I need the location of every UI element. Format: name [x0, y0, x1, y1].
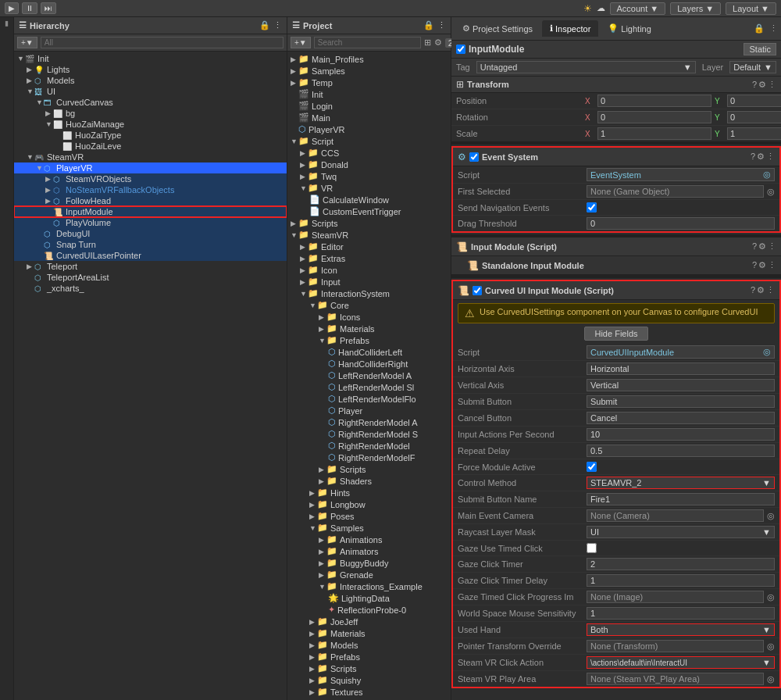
first-selected-circle-icon[interactable]: ◎ [767, 187, 775, 197]
transform-more-icon[interactable]: ⋮ [768, 80, 776, 90]
list-item[interactable]: ⬡ LeftRenderModelFlo [287, 393, 451, 405]
list-item[interactable]: ✦ ReflectionProbe-0 [287, 604, 451, 616]
list-item[interactable]: ⬡ _xcharts_ [14, 283, 287, 294]
tree-arrow-icon[interactable]: ▼ [36, 98, 44, 106]
lock-icon[interactable]: 🔒 [423, 20, 434, 30]
gaze-delay-input[interactable] [587, 574, 775, 587]
hierarchy-tree[interactable]: ▼ 🎬 Init ▶ 💡 Lights ▶ ⬡ Models ▼ 🖼 UI [14, 52, 287, 700]
eventsystem-more-icon[interactable]: ⋮ [766, 152, 775, 162]
event-system-script-ref[interactable]: EventSystem ◎ [587, 168, 775, 181]
list-item[interactable]: ▼ 📁 Script [287, 135, 451, 147]
list-item[interactable]: 📄 CalculateWindow [287, 194, 451, 205]
eventsystem-help-icon[interactable]: ? [751, 152, 755, 162]
hierarchy-add-button[interactable]: +▼ [17, 37, 37, 48]
send-nav-checkbox[interactable] [587, 202, 597, 212]
hierarchy-search-input[interactable] [41, 37, 284, 48]
list-item[interactable]: ▶ 📁 Animators [287, 545, 451, 557]
list-item[interactable]: 🌟 LightingData [287, 592, 451, 604]
standalone-more-icon[interactable]: ⋮ [768, 260, 776, 270]
tree-arrow-icon[interactable]: ▼ [27, 88, 34, 95]
list-item[interactable]: ▼ 🗔 CurvedCanvas [14, 97, 287, 108]
more-icon[interactable]: ⋮ [437, 20, 446, 30]
filter-icon[interactable]: ⊞ [424, 38, 431, 48]
list-item[interactable]: ▶ 📁 Grenade [287, 569, 451, 580]
list-item[interactable]: ▶ ⬡ Models [14, 75, 287, 86]
rotation-y-input[interactable] [727, 111, 781, 123]
pointer-circle-icon[interactable]: ◎ [767, 641, 775, 652]
list-item[interactable]: ⬡ RightRenderModel [287, 440, 451, 452]
list-item[interactable]: ▶ 📁 Squishy [287, 674, 451, 686]
first-selected-field[interactable]: None (Game Object) [587, 185, 764, 198]
list-item[interactable]: ▶ 📁 Longbow [287, 498, 451, 510]
list-item[interactable]: ▶ 📁 Shaders [287, 475, 451, 487]
horiz-axis-input[interactable] [587, 362, 775, 375]
script-ref-circle-icon[interactable]: ◎ [763, 170, 771, 180]
control-method-dropdown[interactable]: STEAMVR_2 ▼ [587, 477, 775, 489]
list-item[interactable]: ▼ 📁 Samples [287, 522, 451, 534]
list-item[interactable]: ▼ 🎬 Init [14, 53, 287, 64]
vert-axis-input[interactable] [587, 379, 775, 391]
list-item[interactable]: ▶ 📁 Hints [287, 487, 451, 498]
curved-script-ref[interactable]: CurvedUIInputModule ◎ [587, 345, 775, 359]
list-item[interactable]: ▶ 📁 Poses [287, 510, 451, 522]
list-item[interactable]: ▶ 📁 BuggyBuddy [287, 557, 451, 569]
curved-script-circle[interactable]: ◎ [763, 347, 771, 357]
steam-click-dropdown[interactable]: \actions\default\in\InteractUI ▼ [587, 656, 775, 669]
list-item[interactable]: ▶ 📁 Models [287, 639, 451, 651]
rotation-x-input[interactable] [597, 111, 711, 123]
tree-arrow-icon[interactable]: ▶ [45, 175, 53, 183]
list-item[interactable]: ⬡ DebugUI [14, 228, 287, 239]
list-item[interactable]: ▶ ⬡ SteamVRObjects [14, 173, 287, 184]
list-item[interactable]: ▼ 📁 VR [287, 182, 451, 194]
layer-dropdown[interactable]: Default ▼ [729, 61, 776, 73]
layout-tab[interactable]: Layout ▼ [726, 2, 776, 15]
scale-x-input[interactable] [597, 127, 711, 140]
inspector-more-icon[interactable]: ⋮ [769, 23, 778, 34]
curved-module-more-icon[interactable]: ⋮ [766, 285, 775, 295]
list-item[interactable]: ▼ 📁 Interactions_Example [287, 580, 451, 592]
input-actions-input[interactable] [587, 428, 775, 441]
list-item[interactable]: ▶ 📁 Materials [287, 323, 451, 334]
steam-area-field[interactable]: None (Steam VR_Play Area) [587, 673, 764, 685]
project-add-button[interactable]: +▼ [291, 37, 311, 48]
hide-fields-button[interactable]: Hide Fields [584, 327, 647, 341]
list-item[interactable]: ▶ 📁 Textures [287, 686, 451, 698]
submit-name-input[interactable] [587, 493, 775, 505]
list-item[interactable]: ▶ 📁 JoeJeff [287, 616, 451, 627]
gaze-progress-field[interactable]: None (Image) [587, 591, 764, 603]
tree-arrow-icon[interactable]: ▶ [45, 197, 53, 205]
eventsystem-settings-icon[interactable]: ⚙ [757, 152, 765, 162]
force-module-checkbox[interactable] [587, 462, 597, 472]
list-item[interactable]: ⬜ HuoZaiType [14, 130, 287, 141]
list-item[interactable]: ⬡ RightRenderModelF [287, 452, 451, 463]
pause-button[interactable]: ⏸ [22, 2, 37, 14]
list-item[interactable]: ⬡ LeftRenderModel Sl [287, 381, 451, 393]
tree-arrow-icon[interactable]: ▶ [27, 66, 34, 73]
list-item[interactable]: ▶ 📁 Scripts [287, 217, 451, 229]
project-tree[interactable]: ▶ 📁 Main_Profiles ▶ 📁 Samples ▶ 📁 Temp 🎬… [287, 52, 451, 700]
list-item[interactable]: ▶ 📁 Scripts [287, 463, 451, 475]
list-item[interactable]: ▶ 📁 Input [287, 276, 451, 288]
list-item[interactable]: ▶ 📁 Prefabs [287, 651, 451, 662]
settings-icon[interactable]: ⚙ [434, 38, 442, 48]
input-module-tree-item[interactable]: 📜 InputModule [14, 206, 287, 217]
input-module-settings-icon[interactable]: ⚙ [758, 241, 766, 252]
list-item[interactable]: ▶ 📁 Extras [287, 252, 451, 264]
list-item[interactable]: ▶ ⬜ bg [14, 108, 287, 119]
pointer-field[interactable]: None (Transform) [587, 640, 764, 652]
project-search-input[interactable] [314, 37, 421, 48]
list-item[interactable]: 🎬 Login [287, 100, 451, 112]
object-active-checkbox[interactable] [456, 45, 465, 54]
list-item[interactable]: ▼ 📁 InteractionSystem [287, 288, 451, 299]
list-item[interactable]: ▶ ⬡ Teleport [14, 261, 287, 272]
list-item[interactable]: ⬡ TeleportAreaList [14, 272, 287, 283]
list-item[interactable]: ▶ 📁 Editor [287, 241, 451, 252]
list-item[interactable]: 🎬 Main [287, 112, 451, 123]
list-item[interactable]: ▶ 📁 CCS [287, 147, 451, 159]
list-item[interactable]: ▶ 📁 Scripts [287, 662, 451, 674]
list-item[interactable]: ▶ 📁 Icon [287, 264, 451, 276]
list-item[interactable]: ⬡ HandColliderRight [287, 358, 451, 370]
tree-arrow-icon[interactable]: ▼ [36, 164, 44, 172]
list-item[interactable]: ▶ 📁 Main_Profiles [287, 53, 451, 65]
list-item[interactable]: ▶ 📁 Samples [287, 65, 451, 77]
